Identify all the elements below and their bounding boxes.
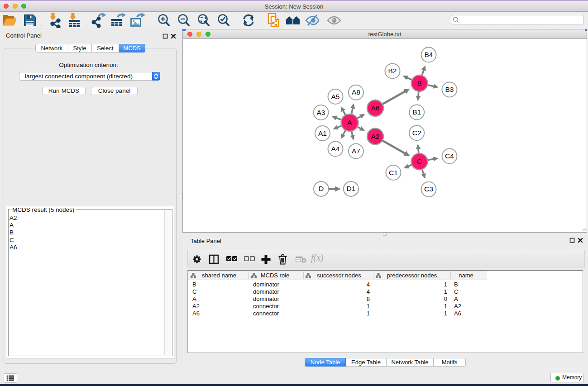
svg-text:D1: D1 bbox=[346, 185, 355, 192]
svg-text:A4: A4 bbox=[331, 145, 340, 152]
svg-text:B3: B3 bbox=[445, 86, 454, 93]
svg-text:C3: C3 bbox=[424, 185, 433, 193]
svg-text:B1: B1 bbox=[412, 108, 421, 116]
svg-text:B4: B4 bbox=[425, 51, 433, 58]
svg-text:B: B bbox=[417, 79, 421, 87]
svg-text:A5: A5 bbox=[331, 93, 340, 100]
svg-text:A3: A3 bbox=[317, 109, 325, 116]
svg-text:C: C bbox=[417, 157, 422, 165]
svg-text:C1: C1 bbox=[389, 169, 398, 176]
svg-text:D: D bbox=[319, 185, 324, 192]
svg-text:A2: A2 bbox=[371, 133, 380, 140]
svg-text:A: A bbox=[347, 119, 352, 126]
svg-text:A7: A7 bbox=[352, 147, 360, 155]
svg-text:C4: C4 bbox=[445, 152, 454, 160]
svg-text:A8: A8 bbox=[352, 88, 360, 96]
svg-text:A6: A6 bbox=[371, 104, 380, 112]
svg-text:C2: C2 bbox=[412, 129, 421, 137]
svg-text:A1: A1 bbox=[318, 129, 327, 137]
svg-text:B2: B2 bbox=[388, 67, 397, 75]
